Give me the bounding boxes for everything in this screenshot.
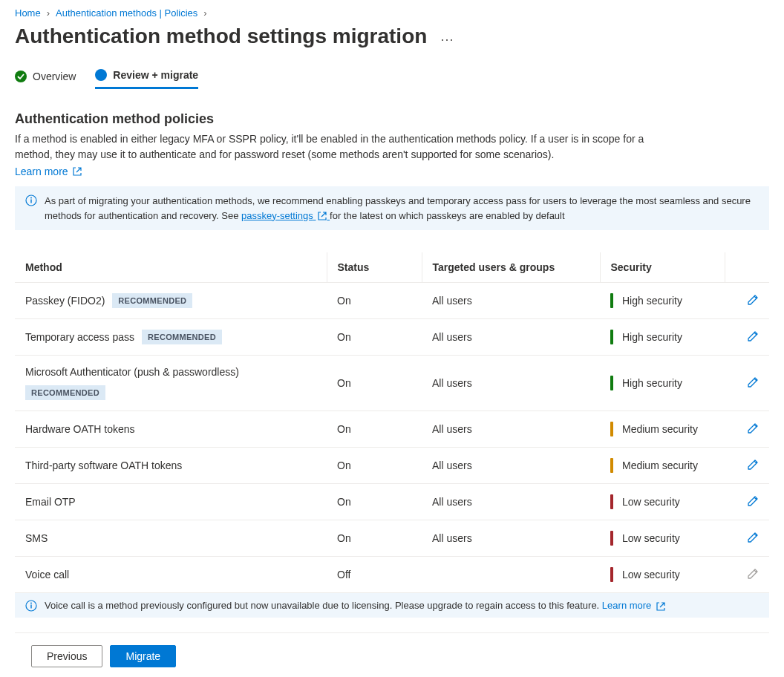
edit-pencil-icon[interactable] bbox=[747, 425, 759, 436]
external-link-icon bbox=[73, 167, 82, 176]
security-level-bar-icon bbox=[610, 494, 613, 509]
learn-more-label: Learn more bbox=[15, 166, 68, 177]
method-name: Microsoft Authenticator (push & password… bbox=[25, 366, 239, 378]
security-level-bar-icon bbox=[610, 293, 613, 308]
table-row: Microsoft Authenticator (push & password… bbox=[15, 356, 769, 411]
breadcrumb-policies[interactable]: Authentication methods | Policies bbox=[56, 7, 197, 19]
col-header-target[interactable]: Targeted users & groups bbox=[422, 252, 600, 283]
status-cell: On bbox=[327, 356, 422, 411]
security-label: High security bbox=[622, 331, 682, 343]
target-cell: All users bbox=[422, 283, 600, 319]
edit-pencil-icon[interactable] bbox=[747, 296, 759, 308]
section-heading: Authentication method policies bbox=[15, 111, 769, 127]
migrate-button[interactable]: Migrate bbox=[110, 645, 176, 667]
tab-overview-label: Overview bbox=[33, 71, 76, 82]
edit-pencil-icon[interactable] bbox=[747, 534, 759, 546]
col-header-status[interactable]: Status bbox=[327, 252, 422, 283]
external-link-icon bbox=[656, 602, 665, 611]
method-name: Email OTP bbox=[25, 496, 76, 508]
checkmark-circle-icon bbox=[15, 71, 27, 82]
security-label: Medium security bbox=[622, 459, 698, 471]
divider bbox=[15, 632, 769, 633]
external-link-icon bbox=[318, 212, 327, 220]
edit-pencil-icon[interactable] bbox=[747, 333, 759, 344]
target-cell bbox=[422, 557, 600, 593]
edit-pencil-icon[interactable] bbox=[747, 461, 759, 473]
status-cell: On bbox=[327, 283, 422, 319]
info-icon bbox=[25, 194, 37, 206]
table-row: Temporary access passRECOMMENDEDOnAll us… bbox=[15, 319, 769, 356]
circle-filled-icon bbox=[95, 69, 107, 81]
status-cell: Off bbox=[327, 557, 422, 593]
method-name: Passkey (FIDO2) bbox=[25, 295, 105, 307]
status-cell: On bbox=[327, 520, 422, 557]
tab-overview[interactable]: Overview bbox=[15, 69, 76, 89]
security-level-bar-icon bbox=[610, 376, 613, 390]
table-row: Hardware OATH tokensOnAll usersMedium se… bbox=[15, 411, 769, 448]
passkey-settings-label: passkey-settings bbox=[241, 210, 313, 221]
info-banner-text: As part of migrating your authentication… bbox=[45, 194, 759, 223]
more-options-icon[interactable]: ⋯ bbox=[440, 33, 454, 46]
edit-pencil-icon[interactable] bbox=[747, 497, 759, 509]
tab-review-label: Review + migrate bbox=[113, 69, 198, 81]
footer-learn-more-label: Learn more bbox=[602, 600, 651, 611]
recommended-badge: RECOMMENDED bbox=[112, 293, 192, 308]
status-cell: On bbox=[327, 448, 422, 484]
chevron-right-icon: › bbox=[47, 7, 50, 19]
col-header-action bbox=[725, 252, 769, 283]
previous-button[interactable]: Previous bbox=[31, 645, 102, 667]
breadcrumb-home[interactable]: Home bbox=[15, 7, 41, 19]
footer-learn-more-link[interactable]: Learn more bbox=[602, 600, 665, 611]
wizard-buttons: Previous Migrate bbox=[15, 645, 769, 667]
tab-review-migrate[interactable]: Review + migrate bbox=[95, 69, 198, 89]
recommended-badge: RECOMMENDED bbox=[25, 385, 105, 400]
security-label: High security bbox=[622, 377, 682, 389]
target-cell: All users bbox=[422, 484, 600, 520]
section-description: If a method is enabled in either legacy … bbox=[15, 131, 679, 163]
learn-more-link[interactable]: Learn more bbox=[15, 166, 82, 177]
info-banner: As part of migrating your authentication… bbox=[15, 186, 769, 230]
svg-point-4 bbox=[30, 603, 32, 604]
recommended-badge: RECOMMENDED bbox=[142, 330, 222, 344]
security-label: Low security bbox=[622, 569, 680, 580]
col-header-security[interactable]: Security bbox=[600, 252, 725, 283]
info-text-after: for the latest on which passkeys are ena… bbox=[330, 210, 565, 221]
target-cell: All users bbox=[422, 356, 600, 411]
target-cell: All users bbox=[422, 520, 600, 557]
security-level-bar-icon bbox=[610, 458, 613, 473]
chevron-right-icon: › bbox=[203, 7, 206, 19]
edit-pencil-icon[interactable] bbox=[747, 379, 759, 390]
method-name: SMS bbox=[25, 532, 48, 544]
footer-info-message: Voice call is a method previously config… bbox=[45, 600, 602, 611]
methods-table: Method Status Targeted users & groups Se… bbox=[15, 252, 769, 593]
security-level-bar-icon bbox=[610, 567, 613, 582]
security-label: Low security bbox=[622, 496, 680, 508]
status-cell: On bbox=[327, 319, 422, 356]
svg-rect-2 bbox=[30, 200, 31, 203]
status-cell: On bbox=[327, 411, 422, 448]
security-level-bar-icon bbox=[610, 531, 613, 546]
table-header-row: Method Status Targeted users & groups Se… bbox=[15, 252, 769, 283]
table-row: Email OTPOnAll usersLow security bbox=[15, 484, 769, 520]
footer-info-banner: Voice call is a method previously config… bbox=[15, 593, 769, 618]
security-level-bar-icon bbox=[610, 330, 613, 344]
edit-pencil-icon bbox=[747, 570, 759, 582]
table-row: Voice callOffLow security bbox=[15, 557, 769, 593]
method-name: Hardware OATH tokens bbox=[25, 423, 135, 435]
page-title: Authentication method settings migration bbox=[15, 24, 427, 48]
table-row: Passkey (FIDO2)RECOMMENDEDOnAll usersHig… bbox=[15, 283, 769, 319]
table-row: SMSOnAll usersLow security bbox=[15, 520, 769, 557]
security-label: High security bbox=[622, 295, 682, 307]
status-cell: On bbox=[327, 484, 422, 520]
svg-point-1 bbox=[30, 197, 32, 199]
wizard-tabs: Overview Review + migrate bbox=[15, 69, 769, 89]
passkey-settings-link[interactable]: passkey-settings bbox=[241, 210, 330, 221]
security-label: Low security bbox=[622, 532, 680, 544]
breadcrumb: Home › Authentication methods | Policies… bbox=[15, 7, 769, 19]
method-name: Voice call bbox=[25, 569, 69, 580]
method-name: Third-party software OATH tokens bbox=[25, 459, 182, 471]
target-cell: All users bbox=[422, 411, 600, 448]
info-icon bbox=[25, 600, 37, 612]
col-header-method[interactable]: Method bbox=[15, 252, 327, 283]
table-row: Third-party software OATH tokensOnAll us… bbox=[15, 448, 769, 484]
